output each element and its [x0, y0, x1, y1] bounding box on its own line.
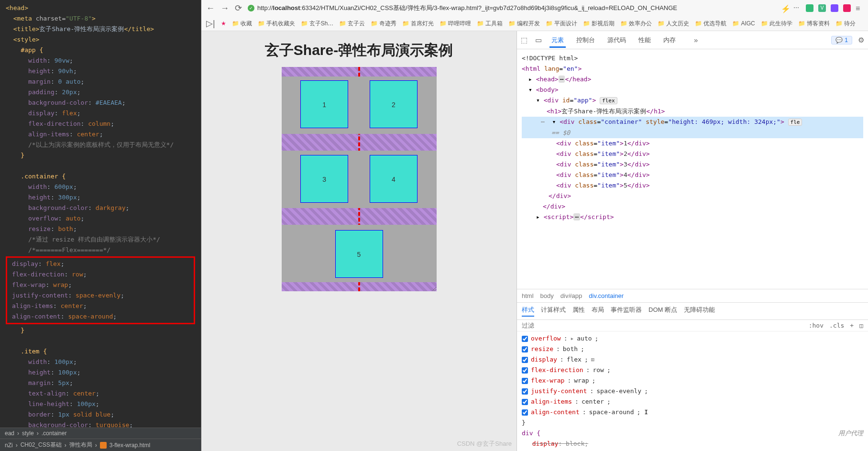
crumb-item[interactable]: body [540, 292, 554, 299]
rule-checkbox[interactable] [522, 367, 528, 374]
elements-tree[interactable]: <!DOCTYPE html><html lang="en">▸ <head>⋯… [517, 49, 868, 289]
crumb-item[interactable]: html [522, 292, 534, 299]
sidebar-toggle-icon[interactable]: ◫ [859, 322, 863, 329]
ext-icon[interactable] [806, 4, 813, 12]
back-button[interactable]: ← [206, 3, 215, 13]
ext-icon[interactable] [831, 4, 838, 12]
code-area[interactable]: <head> <meta charset="UTF-8"> <title>玄子S… [0, 0, 201, 428]
bookmark-item[interactable]: 📁此生待学 [761, 20, 792, 28]
flex-container[interactable]: 12345 [282, 67, 437, 291]
styles-tab[interactable]: 计算样式 [541, 306, 566, 317]
forward-button[interactable]: → [220, 3, 229, 13]
settings-icon[interactable]: ⚙ [858, 36, 864, 44]
bookmark-item[interactable]: 📁手机收藏夹 [258, 20, 295, 28]
css-rules[interactable]: overflow: ▸ auto;resize: both;display: f… [517, 331, 868, 451]
ide-breadcrumb[interactable]: ead›style›.container [0, 428, 201, 439]
menu-icon[interactable]: ≡ [856, 4, 863, 12]
star-icon[interactable]: ★ [221, 20, 226, 27]
styles-tab[interactable]: 布局 [592, 306, 604, 317]
ext-icon[interactable] [843, 4, 851, 12]
bookmark-item[interactable]: 📁玄子云 [339, 20, 365, 28]
hov-button[interactable]: :hov [809, 322, 824, 329]
rule-checkbox[interactable] [522, 378, 528, 384]
path-segment[interactable]: nZi [5, 442, 13, 449]
folder-icon: 📁 [658, 20, 665, 27]
bookmarks-bar[interactable]: ▷| ★ 📁收藏📁手机收藏夹📁玄子Sh…📁玄子云📁奇迹秀📁首席灯光📁哔哩哔哩📁工… [201, 16, 868, 31]
folder-icon: 📁 [439, 20, 447, 27]
folder-icon: 📁 [620, 20, 627, 27]
bookmark-item[interactable]: 📁哔哩哔哩 [439, 20, 471, 28]
bookmark-item[interactable]: 📁奇迹秀 [371, 20, 396, 28]
rule-checkbox[interactable] [522, 357, 528, 363]
bookmark-item[interactable]: 📁效率办公 [620, 20, 652, 28]
folder-icon: 📁 [583, 20, 590, 27]
inspect-icon[interactable]: ⬚ [521, 36, 527, 44]
bookmark-item[interactable]: 📁AIGC [732, 20, 755, 27]
devtools-tab[interactable]: 元素 [549, 33, 566, 48]
crumb-item[interactable]: div.container [589, 292, 624, 299]
path-segment[interactable]: 3-flex-wrap.html [110, 442, 150, 449]
styles-tab[interactable]: 无障碍功能 [684, 306, 715, 317]
address-bar-row: ← → ⟳ ✓ http://localhost:63342/HTML/Xuan… [201, 0, 868, 16]
bookmark-item[interactable]: 📁平面设计 [546, 20, 577, 28]
path-segment[interactable]: CH02_CSS基础 [21, 441, 62, 449]
styles-tab[interactable]: DOM 断点 [648, 306, 677, 317]
rule-checkbox[interactable] [522, 346, 528, 352]
flex-item: 2 [370, 80, 418, 128]
ide-file-path[interactable]: nZi›CH02_CSS基础›弹性布局›3-flex-wrap.html [0, 439, 201, 451]
extension-icons[interactable]: ⚡ ⋯ V ≡ [781, 4, 863, 12]
styles-tab[interactable]: 样式 [522, 306, 534, 317]
folder-icon: 📁 [732, 20, 739, 27]
url-field[interactable]: ✓ http://localhost:63342/HTML/XuanZi/CH0… [248, 4, 775, 12]
path-segment[interactable]: 弹性布局 [69, 441, 92, 449]
flex-grid-icon[interactable]: ⊞ [591, 354, 594, 365]
more-icon[interactable]: ⋯ [793, 4, 801, 12]
breadcrumb-item[interactable]: style [22, 430, 34, 437]
styles-tabs[interactable]: 样式计算样式属性布局事件监听器DOM 断点无障碍功能 [517, 302, 868, 319]
devtools-toggle-icon[interactable]: ▷| [206, 18, 215, 29]
crumb-item[interactable]: div#app [560, 292, 582, 299]
bookmark-item[interactable]: 📁编程开发 [508, 20, 540, 28]
styles-filter-input[interactable] [522, 322, 803, 329]
devtools-tab[interactable]: 源代码 [605, 33, 628, 46]
elements-breadcrumb[interactable]: htmlbodydiv#appdiv.container [517, 289, 868, 302]
device-icon[interactable]: ▭ [535, 36, 542, 44]
flex-item: 4 [370, 155, 418, 203]
issues-badge[interactable]: 💬1 [831, 36, 852, 44]
styles-tab[interactable]: 事件监听器 [611, 306, 642, 317]
bookmark-item[interactable]: 📁玄子Sh… [301, 20, 334, 28]
bookmark-item[interactable]: 📁待分 [835, 20, 856, 28]
folder-icon: 📁 [477, 20, 484, 27]
breadcrumb-item[interactable]: ead [5, 430, 14, 437]
html-file-icon [100, 442, 107, 449]
rule-checkbox[interactable] [522, 388, 528, 395]
devtools-tabs: ⬚ ▭ 元素控制台源代码性能内存 » 💬1 ⚙ [517, 31, 868, 49]
folder-icon: 📁 [798, 20, 805, 27]
devtools-tab[interactable]: 控制台 [574, 33, 597, 46]
bookmark-item[interactable]: 📁人文历史 [658, 20, 689, 28]
flex-item: 1 [300, 80, 348, 128]
chat-icon: 💬 [835, 37, 843, 44]
devtools-tab[interactable]: 性能 [637, 33, 653, 46]
lightning-icon[interactable]: ⚡ [781, 4, 789, 12]
bookmark-item[interactable]: 📁博客资料 [798, 20, 830, 28]
bookmark-item[interactable]: 📁收藏 [232, 20, 252, 28]
styles-tab[interactable]: 属性 [572, 306, 585, 317]
breadcrumb-item[interactable]: .container [42, 430, 67, 437]
bookmark-item[interactable]: 📁优选导航 [695, 20, 726, 28]
rule-checkbox[interactable] [522, 399, 528, 405]
reload-button[interactable]: ⟳ [235, 3, 242, 13]
new-rule-button[interactable]: + [850, 322, 854, 329]
rule-checkbox[interactable] [522, 409, 528, 416]
cls-button[interactable]: .cls [829, 322, 844, 329]
folder-icon: 📁 [695, 20, 702, 27]
bookmark-item[interactable]: 📁影视后期 [583, 20, 615, 28]
overflow-icon[interactable]: » [694, 36, 698, 44]
bookmark-item[interactable]: 📁工具箱 [477, 20, 503, 28]
page-title: 玄子Share-弹性布局演示案例 [265, 41, 453, 60]
url-text: http://localhost:63342/HTML/XuanZi/CH02_… [257, 4, 677, 12]
rule-checkbox[interactable] [522, 336, 528, 342]
bookmark-item[interactable]: 📁首席灯光 [402, 20, 434, 28]
vue-icon[interactable]: V [818, 4, 826, 12]
devtools-tab[interactable]: 内存 [661, 33, 678, 46]
